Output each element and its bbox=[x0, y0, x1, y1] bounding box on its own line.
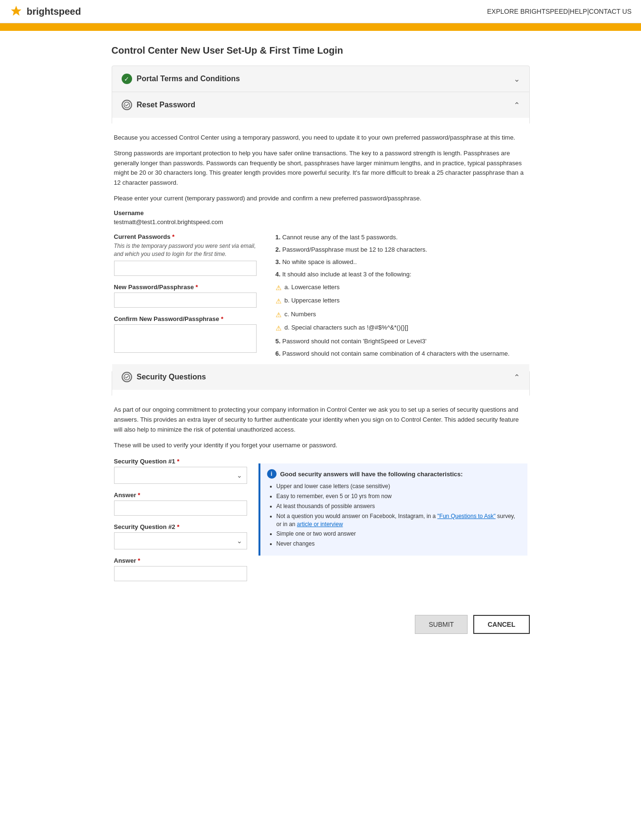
a1-required: * bbox=[138, 491, 140, 499]
answer2-input[interactable] bbox=[114, 566, 247, 581]
warning-icon-d: ⚠ bbox=[276, 324, 282, 333]
answer1-input[interactable] bbox=[114, 500, 247, 516]
password-fields-col: Current Passwords * This is the temporar… bbox=[114, 233, 257, 362]
current-password-label: Current Passwords * bbox=[114, 233, 257, 240]
info-tip-4: Not a question you would answer on Faceb… bbox=[277, 512, 521, 529]
current-password-input[interactable] bbox=[114, 261, 257, 276]
rule-4a: ⚠ a. Lowercase letters bbox=[276, 283, 527, 293]
new-password-required: * bbox=[195, 283, 198, 291]
submit-button[interactable]: SUBMIT bbox=[415, 615, 468, 634]
security-info-box: i Good security answers will have the fo… bbox=[258, 463, 527, 556]
security-status-icon bbox=[122, 372, 132, 382]
info-tip-6: Never changes bbox=[277, 540, 521, 548]
rule-3: 3. No white space is allowed.. bbox=[276, 258, 527, 266]
reset-password-content: Because you accessed Control Center usin… bbox=[103, 123, 539, 371]
username-value: testmatt@test1.control.brightspeed.com bbox=[114, 218, 527, 226]
password-two-col: Current Passwords * This is the temporar… bbox=[114, 233, 527, 362]
terms-header-left: ✓ Portal Terms and Conditions bbox=[122, 74, 240, 84]
rule-6: 6. Password should not contain same comb… bbox=[276, 349, 527, 358]
question2-select-wrapper: ⌄ bbox=[114, 532, 247, 549]
info-box-header: i Good security answers will have the fo… bbox=[267, 469, 521, 479]
current-password-helper: This is the temporary password you were … bbox=[114, 242, 257, 258]
confirm-password-label: Confirm New Password/Passphrase * bbox=[114, 315, 257, 322]
reset-chevron-up-icon: ⌃ bbox=[514, 101, 520, 110]
rule-4d: ⚠ d. Special characters such as !@#$%^&*… bbox=[276, 323, 527, 333]
nav-help[interactable]: HELP bbox=[570, 8, 587, 15]
logo-area: brightspeed bbox=[10, 5, 81, 18]
svg-marker-0 bbox=[11, 6, 21, 16]
question2-label: Security Question #2 * bbox=[114, 523, 247, 530]
rule-5: 5. Password should not contain 'BrightSp… bbox=[276, 337, 527, 346]
current-password-group: Current Passwords * This is the temporar… bbox=[114, 233, 257, 276]
confirm-password-input[interactable] bbox=[114, 324, 257, 353]
question2-select[interactable] bbox=[114, 532, 247, 549]
reset-intro-2: Strong passwords are important protectio… bbox=[114, 149, 527, 188]
reset-header-left: Reset Password bbox=[122, 100, 196, 110]
info-circle-icon: i bbox=[267, 469, 277, 479]
page-header: brightspeed EXPLORE BRIGHTSPEED | HELP |… bbox=[0, 0, 641, 23]
info-box-title: Good security answers will have the foll… bbox=[280, 471, 463, 478]
rule-1: 1. Cannot reuse any of the last 5 passwo… bbox=[276, 233, 527, 242]
terms-accordion-header[interactable]: ✓ Portal Terms and Conditions ⌄ bbox=[122, 74, 520, 84]
answer1-label: Answer * bbox=[114, 491, 247, 499]
q1-required: * bbox=[177, 458, 179, 465]
reset-status-icon bbox=[122, 100, 132, 110]
security-two-col: Security Question #1 * ⌄ Answ bbox=[114, 458, 527, 589]
reset-password-section: Reset Password ⌃ Because you accessed Co… bbox=[112, 92, 529, 364]
footer-buttons: SUBMIT CANCEL bbox=[112, 605, 530, 643]
warning-icon-a: ⚠ bbox=[276, 283, 282, 293]
logo-text: brightspeed bbox=[27, 6, 81, 17]
info-tip-5: Simple one or two word answer bbox=[277, 530, 521, 538]
terms-title: Portal Terms and Conditions bbox=[137, 75, 240, 83]
reset-password-title: Reset Password bbox=[137, 101, 196, 109]
answer2-label: Answer * bbox=[114, 557, 247, 564]
question2-group: Security Question #2 * ⌄ bbox=[114, 523, 247, 549]
question1-select[interactable] bbox=[114, 467, 247, 484]
main-content: Control Center New User Set-Up & First T… bbox=[102, 45, 539, 643]
answer1-group: Answer * bbox=[114, 491, 247, 516]
security-questions-content: As part of our ongoing commitment to pro… bbox=[103, 396, 539, 598]
new-password-label: New Password/Passphrase * bbox=[114, 283, 257, 291]
info-tips-list: Upper and lower case letters (case sensi… bbox=[267, 482, 521, 548]
answer2-group: Answer * bbox=[114, 557, 247, 581]
terms-chevron-down-icon: ⌄ bbox=[514, 75, 520, 84]
rule-2: 2. Password/Passphrase must be 12 to 128… bbox=[276, 245, 527, 254]
rule-4: 4. It should also include at least 3 of … bbox=[276, 270, 527, 279]
security-intro-1: As part of our ongoing commitment to pro… bbox=[114, 405, 527, 434]
security-title: Security Questions bbox=[137, 373, 206, 381]
warning-icon-b: ⚠ bbox=[276, 297, 282, 306]
rule-4c: ⚠ c. Numbers bbox=[276, 310, 527, 320]
new-password-input[interactable] bbox=[114, 293, 257, 308]
security-questions-section: Security Questions ⌃ As part of our ongo… bbox=[112, 364, 529, 598]
security-header-left: Security Questions bbox=[122, 372, 206, 382]
page-title: Control Center New User Set-Up & First T… bbox=[112, 45, 530, 56]
username-label: Username bbox=[114, 209, 527, 217]
password-rules-col: 1. Cannot reuse any of the last 5 passwo… bbox=[276, 233, 527, 362]
reset-intro-1: Because you accessed Control Center usin… bbox=[114, 133, 527, 143]
new-password-group: New Password/Passphrase * bbox=[114, 283, 257, 308]
info-tip-1: Upper and lower case letters (case sensi… bbox=[277, 482, 521, 491]
accordion-container: ✓ Portal Terms and Conditions ⌄ Reset Pa… bbox=[112, 66, 530, 591]
info-tip-3: At least thousands of possible answers bbox=[277, 502, 521, 510]
password-rules-list: 1. Cannot reuse any of the last 5 passwo… bbox=[276, 233, 527, 359]
q2-required: * bbox=[177, 523, 179, 530]
brightspeed-logo-icon bbox=[10, 5, 23, 18]
nav-explore[interactable]: EXPLORE BRIGHTSPEED bbox=[487, 8, 568, 15]
security-chevron-up-icon: ⌃ bbox=[514, 373, 520, 382]
info-tip-2: Easy to remember, even 5 or 10 yrs from … bbox=[277, 492, 521, 500]
security-accordion-header[interactable]: Security Questions ⌃ bbox=[112, 364, 529, 390]
current-password-required: * bbox=[172, 233, 174, 240]
rule-4b: ⚠ b. Uppercase letters bbox=[276, 296, 527, 306]
question1-label: Security Question #1 * bbox=[114, 458, 247, 465]
reset-intro-3: Please enter your current (temporary pas… bbox=[114, 194, 527, 204]
warning-icon-c: ⚠ bbox=[276, 311, 282, 320]
nav-contact[interactable]: CONTACT US bbox=[589, 8, 631, 15]
cancel-button[interactable]: CANCEL bbox=[473, 615, 529, 634]
question1-group: Security Question #1 * ⌄ bbox=[114, 458, 247, 484]
reset-password-accordion-header[interactable]: Reset Password ⌃ bbox=[112, 92, 529, 118]
security-intro-2: These will be used to verify your identi… bbox=[114, 441, 527, 451]
a2-required: * bbox=[138, 557, 140, 564]
security-info-col: i Good security answers will have the fo… bbox=[258, 458, 527, 589]
confirm-password-required: * bbox=[221, 315, 223, 322]
security-fields-col: Security Question #1 * ⌄ Answ bbox=[114, 458, 247, 589]
